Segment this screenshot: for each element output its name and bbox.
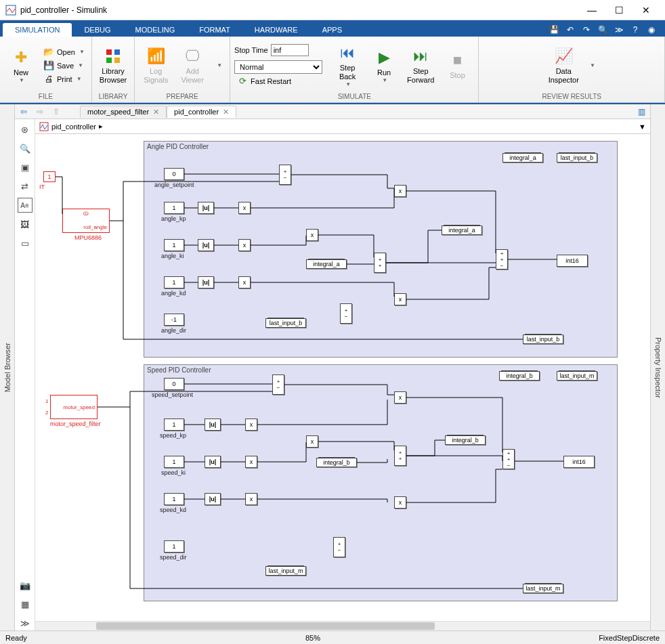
chevron-down-icon[interactable]: ▼: [639, 123, 646, 131]
ribbon-tab-apps[interactable]: APPS: [310, 23, 354, 37]
undo-icon[interactable]: ↶: [563, 23, 577, 37]
area-speed-pid[interactable]: Speed PID Controller: [144, 364, 618, 601]
maximize-button[interactable]: ☐: [605, 1, 632, 20]
abs-block[interactable]: |u|: [205, 418, 221, 431]
product-block[interactable]: x: [245, 418, 257, 431]
property-inspector-strip[interactable]: Property Inspector: [650, 104, 665, 630]
simulink-canvas[interactable]: Angle PID Controller Speed PID Controlle…: [35, 134, 650, 621]
product-block[interactable]: x: [238, 239, 251, 251]
abs-block[interactable]: |u|: [205, 493, 221, 505]
ribbon-tab-debug[interactable]: DEBUG: [72, 23, 123, 37]
speed-dir-const[interactable]: 1: [164, 540, 184, 553]
step-forward-button[interactable]: ⏭ Step Forward: [404, 45, 437, 87]
mpu6886-block[interactable]: roll_angleⲰ: [62, 209, 110, 233]
product-block[interactable]: x: [394, 185, 406, 197]
toggle-button[interactable]: ⇄: [18, 179, 33, 194]
dsw-integral-b[interactable]: integral_b: [445, 435, 486, 445]
sum-block[interactable]: +−: [340, 303, 352, 324]
explorer-button[interactable]: ⊛: [18, 122, 33, 137]
expand-icon[interactable]: ◉: [645, 23, 658, 37]
save-icon[interactable]: 💾: [547, 23, 561, 37]
abs-block[interactable]: |u|: [198, 202, 214, 214]
ribbon-tab-hardware[interactable]: HARDWARE: [242, 23, 310, 37]
dsr-integral-b[interactable]: integral_b: [316, 458, 357, 467]
sum-block[interactable]: ++−: [496, 249, 508, 270]
ribbon-tab-simulation[interactable]: SIMULATION: [3, 23, 72, 37]
run-button[interactable]: ▶ Run▼: [367, 46, 401, 85]
dsr-last-input-m[interactable]: last_input_m: [265, 566, 306, 576]
sum-block[interactable]: +−: [333, 537, 345, 557]
save-button[interactable]: 💾Save▼: [41, 60, 87, 72]
product-block[interactable]: x: [394, 496, 406, 509]
search-icon[interactable]: 🔍: [596, 23, 609, 37]
angle-kp-const[interactable]: 1: [164, 202, 184, 214]
ds-decl-integral-b[interactable]: integral_b: [499, 371, 540, 381]
motor-speed-filter-block[interactable]: 1 2 motor_speed: [50, 395, 98, 419]
nav-fwd-button[interactable]: ⇨: [34, 106, 46, 118]
ds-decl-integral-a[interactable]: integral_a: [502, 153, 543, 163]
speed-setpoint-const[interactable]: 0: [164, 378, 184, 390]
stop-sim-button[interactable]: ■ Stop: [440, 49, 474, 82]
product-block[interactable]: x: [306, 435, 318, 448]
sum-block[interactable]: +−: [279, 165, 291, 185]
close-icon[interactable]: ✕: [153, 108, 159, 116]
minimize-button[interactable]: —: [578, 1, 605, 20]
speed-kp-const[interactable]: 1: [164, 418, 184, 431]
print-button[interactable]: 🖨Print▼: [41, 73, 87, 85]
breadcrumb[interactable]: pid_controller▸ ▼: [35, 119, 650, 134]
hscrollbar[interactable]: [35, 621, 650, 630]
editor-tab-pid-controller[interactable]: pid_controller✕: [167, 106, 236, 118]
ds-decl-last-input-m[interactable]: last_input_m: [557, 371, 597, 381]
dsw-last-input-b[interactable]: last_input_b: [523, 335, 563, 344]
product-block[interactable]: x: [394, 391, 406, 404]
angle-dir-const[interactable]: -1: [164, 314, 184, 326]
ribbon-tab-modeling[interactable]: MODELING: [123, 23, 188, 37]
product-block[interactable]: x: [238, 202, 251, 214]
prepare-more-button[interactable]: ▼: [212, 60, 226, 70]
close-icon[interactable]: ✕: [223, 108, 229, 116]
sum-block[interactable]: ++: [374, 253, 386, 273]
fit-button[interactable]: ▣: [18, 160, 33, 175]
abs-block[interactable]: |u|: [205, 456, 221, 468]
angle-ki-const[interactable]: 1: [164, 239, 184, 251]
ribbon-tab-format[interactable]: FORMAT: [187, 23, 242, 37]
inport-1[interactable]: 1: [43, 171, 56, 182]
panels-icon[interactable]: ▥: [635, 106, 647, 118]
abs-block[interactable]: |u|: [198, 239, 214, 251]
block-button[interactable]: ▭: [18, 236, 33, 251]
product-block[interactable]: x: [306, 229, 318, 241]
abs-block[interactable]: |u|: [198, 276, 214, 288]
sum-block[interactable]: ++: [394, 446, 406, 466]
dsw-last-input-m[interactable]: last_input_m: [523, 584, 563, 593]
log-signals-button[interactable]: 📶 Log Signals: [139, 45, 173, 87]
model-browser-strip[interactable]: Model Browser: [0, 104, 15, 630]
angle-kd-const[interactable]: 1: [164, 276, 184, 288]
close-button[interactable]: ✕: [632, 1, 660, 20]
ds-decl-last-input-b[interactable]: last_input_b: [557, 153, 597, 163]
library-browser-button[interactable]: Library Browser: [96, 45, 130, 87]
record-icon[interactable]: ▦: [18, 597, 33, 611]
dsr-last-input-b[interactable]: last_input_b: [265, 318, 306, 328]
sim-mode-select[interactable]: Normal: [234, 60, 322, 74]
redo-icon[interactable]: ↷: [580, 23, 593, 37]
expand-palette-button[interactable]: ≫: [18, 616, 33, 630]
annotate-button[interactable]: A≡: [18, 198, 33, 213]
sum-block[interactable]: +−: [272, 374, 284, 395]
product-block[interactable]: x: [238, 276, 251, 288]
fast-restart-button[interactable]: ⟳Fast Restart: [234, 75, 322, 87]
angle-setpoint-const[interactable]: 0: [164, 168, 184, 180]
dsr-integral-a[interactable]: integral_a: [306, 259, 347, 269]
product-block[interactable]: x: [245, 456, 257, 468]
speed-ki-const[interactable]: 1: [164, 456, 184, 468]
product-block[interactable]: x: [245, 493, 257, 505]
zoom-button[interactable]: 🔍: [18, 141, 33, 156]
data-inspector-button[interactable]: 📈 Data Inspector: [545, 45, 582, 87]
product-block[interactable]: x: [394, 293, 406, 305]
dsw-integral-a[interactable]: integral_a: [442, 226, 482, 235]
nav-up-button[interactable]: ⇧: [50, 106, 62, 118]
help-icon[interactable]: ?: [628, 23, 642, 37]
review-more-button[interactable]: ▼: [585, 60, 599, 70]
step-back-button[interactable]: ⏮ Step Back▼: [330, 41, 364, 89]
int16-block[interactable]: int16: [557, 255, 588, 267]
status-solver[interactable]: FixedStepDiscrete: [599, 634, 660, 642]
